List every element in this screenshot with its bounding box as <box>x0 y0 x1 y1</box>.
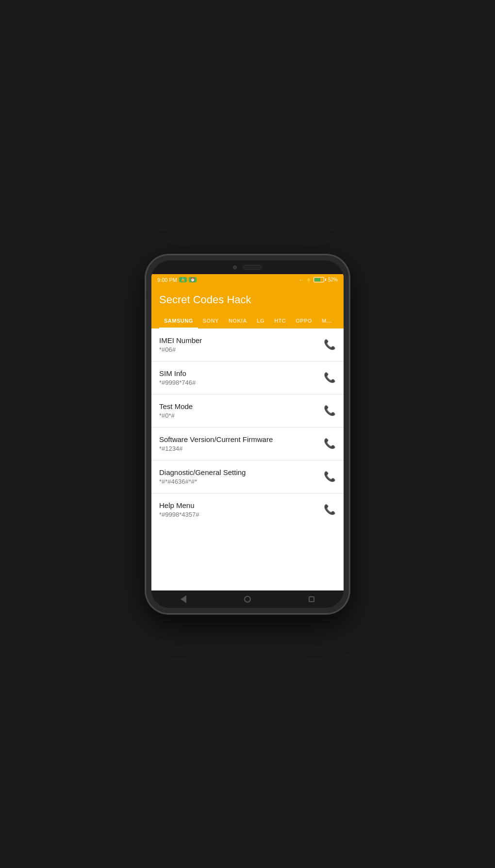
clock-icon: ⏰ <box>189 277 197 282</box>
battery-percent: 52% <box>328 277 338 282</box>
list-item[interactable]: Test Mode *#0*# 📞 <box>151 394 344 427</box>
phone-device: 9:00 PM 🔒 ⏰ ← ⚡ <box>146 255 349 614</box>
home-icon <box>244 596 251 603</box>
code-value: *#9998*746# <box>159 379 318 386</box>
phone-screen-container: 9:00 PM 🔒 ⏰ ← ⚡ <box>151 261 344 608</box>
list-item[interactable]: Help Menu *#9998*4357# 📞 <box>151 493 344 526</box>
charging-icon: ⚡ <box>306 277 312 282</box>
back-icon <box>181 595 186 603</box>
back-button[interactable] <box>176 592 191 606</box>
call-icon[interactable]: 📞 <box>324 471 336 482</box>
sensor-bar <box>151 261 344 274</box>
code-value: *#06# <box>159 346 318 353</box>
arrow-icon: ← <box>299 277 304 282</box>
tab-htc[interactable]: HTC <box>269 314 291 328</box>
call-icon[interactable]: 📞 <box>324 504 336 515</box>
code-value: *#*#4636#*#* <box>159 478 318 485</box>
code-value: *#9998*4357# <box>159 511 318 518</box>
status-bar: 9:00 PM 🔒 ⏰ ← ⚡ <box>151 274 344 286</box>
call-icon[interactable]: 📞 <box>324 405 336 416</box>
call-icon[interactable]: 📞 <box>324 372 336 383</box>
code-text: IMEI Number *#06# <box>159 336 318 353</box>
code-text: SIM Info *#9998*746# <box>159 369 318 386</box>
recents-icon <box>309 596 314 602</box>
home-button[interactable] <box>240 592 255 606</box>
speaker <box>243 265 262 270</box>
battery-fill <box>314 278 320 281</box>
code-value: *#1234# <box>159 445 318 452</box>
code-name: Help Menu <box>159 501 318 509</box>
code-name: Test Mode <box>159 402 318 410</box>
navigation-bar <box>151 590 344 608</box>
battery-indicator <box>314 277 326 282</box>
tab-nokia[interactable]: NOKIA <box>224 314 252 328</box>
call-icon[interactable]: 📞 <box>324 339 336 350</box>
list-item[interactable]: IMEI Number *#06# 📞 <box>151 328 344 361</box>
tabs-bar: SAMSUNG SONY NOKIA LG HTC OPPO M... <box>159 314 336 328</box>
app-title: Secret Codes Hack <box>159 294 336 306</box>
status-time: 9:00 PM <box>157 277 177 283</box>
tab-samsung[interactable]: SAMSUNG <box>159 314 198 328</box>
recents-button[interactable] <box>304 592 319 606</box>
call-icon[interactable]: 📞 <box>324 438 336 449</box>
tab-more[interactable]: M... <box>317 314 336 328</box>
code-name: SIM Info <box>159 369 318 377</box>
screen: 9:00 PM 🔒 ⏰ ← ⚡ <box>151 274 344 590</box>
code-name: IMEI Number <box>159 336 318 344</box>
list-item[interactable]: SIM Info *#9998*746# 📞 <box>151 361 344 394</box>
list-item[interactable]: Software Version/Current Firmware *#1234… <box>151 427 344 460</box>
code-value: *#0*# <box>159 412 318 419</box>
front-camera <box>233 265 237 269</box>
battery-tip <box>325 278 326 281</box>
code-text: Software Version/Current Firmware *#1234… <box>159 435 318 452</box>
code-text: Diagnostic/General Setting *#*#4636#*#* <box>159 468 318 485</box>
status-left: 9:00 PM 🔒 ⏰ <box>157 277 197 283</box>
code-name: Diagnostic/General Setting <box>159 468 318 476</box>
lock-icon: 🔒 <box>179 277 187 282</box>
app-header: Secret Codes Hack SAMSUNG SONY NOKIA LG … <box>151 286 344 328</box>
code-text: Test Mode *#0*# <box>159 402 318 419</box>
status-right: ← ⚡ 52% <box>299 277 338 282</box>
list-item[interactable]: Diagnostic/General Setting *#*#4636#*#* … <box>151 460 344 493</box>
tab-lg[interactable]: LG <box>252 314 269 328</box>
battery-body <box>314 277 324 282</box>
code-text: Help Menu *#9998*4357# <box>159 501 318 518</box>
content-area: IMEI Number *#06# 📞 SIM Info *#9998*746#… <box>151 328 344 590</box>
tab-sony[interactable]: SONY <box>198 314 224 328</box>
tab-oppo[interactable]: OPPO <box>291 314 317 328</box>
code-name: Software Version/Current Firmware <box>159 435 318 443</box>
